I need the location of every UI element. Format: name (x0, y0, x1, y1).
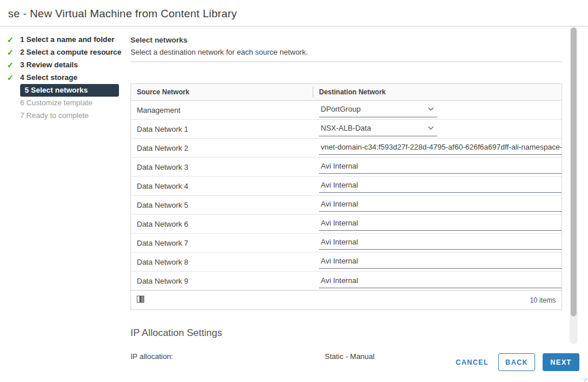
destination-network-cell (313, 215, 562, 233)
destination-network-cell: DPortGroup (313, 101, 562, 119)
destination-network-input[interactable] (319, 141, 562, 155)
table-row: Data Network 8 (131, 253, 562, 272)
wizard-step-label: 5 Select networks (20, 84, 119, 97)
destination-network-select[interactable]: DPortGroup (319, 103, 437, 117)
wizard-step: 6 Customize template (0, 97, 130, 109)
source-network-cell: Data Network 8 (131, 258, 313, 266)
destination-network-cell (313, 234, 562, 252)
destination-network-cell (313, 158, 562, 176)
destination-network-cell (313, 253, 562, 271)
destination-network-cell (313, 196, 562, 214)
selected-network-value: DPortGroup (321, 105, 360, 113)
wizard-step[interactable]: ✓1 Select a name and folder (0, 33, 130, 46)
new-vm-wizard-dialog: se - New Virtual Machine from Content Li… (0, 0, 588, 382)
destination-network-input[interactable] (319, 255, 562, 269)
column-header-source-network: Source Network (131, 84, 313, 100)
column-header-destination-network: Destination Network (313, 88, 562, 96)
source-network-cell: Data Network 3 (131, 163, 313, 171)
chevron-down-icon (428, 126, 434, 130)
back-button[interactable]: BACK (498, 353, 535, 371)
destination-network-cell (313, 177, 562, 195)
vertical-scrollbar[interactable] (570, 26, 578, 344)
wizard-step-label: 1 Select a name and folder (20, 35, 114, 44)
selected-network-value: NSX-ALB-Data (321, 124, 371, 132)
source-network-cell: Data Network 4 (131, 182, 313, 190)
source-network-cell: Data Network 9 (131, 277, 313, 285)
table-row: Data Network 4 (131, 177, 562, 196)
table-header-row: Source Network Destination Network (131, 84, 562, 101)
wizard-action-bar: CANCEL BACK NEXT (454, 353, 579, 371)
wizard-step[interactable]: ✓2 Select a compute resource (0, 46, 130, 59)
wizard-step-label: 7 Ready to complete (20, 111, 89, 120)
table-row: Data Network 3 (131, 158, 562, 177)
table-row: Data Network 6 (131, 215, 562, 234)
destination-network-input[interactable] (319, 236, 562, 250)
destination-network-input[interactable] (319, 198, 562, 212)
table-row: Data Network 1NSX-ALB-Data (131, 120, 562, 139)
source-network-cell: Data Network 5 (131, 201, 313, 209)
ip-allocation-value: Static - Manual (325, 352, 375, 361)
check-icon: ✓ (7, 33, 14, 46)
table-footer: 10 items (131, 290, 562, 310)
next-button[interactable]: NEXT (543, 353, 579, 371)
wizard-step[interactable]: ✓4 Select storage (0, 71, 130, 84)
table-row: Data Network 9 (131, 272, 562, 291)
wizard-step-label: 4 Select storage (20, 73, 78, 82)
resize-grip-icon[interactable] (581, 375, 587, 381)
wizard-content: Select networks Select a destination net… (130, 26, 562, 361)
wizard-steps: ✓1 Select a name and folder✓2 Select a c… (0, 33, 130, 122)
scrollbar-thumb[interactable] (571, 28, 577, 316)
wizard-step[interactable]: 5 Select networks (0, 84, 130, 97)
wizard-sidebar: ✓1 Select a name and folder✓2 Select a c… (0, 33, 130, 122)
dialog-title: se - New Virtual Machine from Content Li… (8, 7, 237, 20)
wizard-step-label: 3 Review details (20, 60, 78, 69)
destination-network-cell: NSX-ALB-Data (313, 120, 562, 138)
source-network-cell: Data Network 2 (131, 144, 313, 152)
check-icon: ✓ (7, 46, 14, 59)
items-count: 10 items (530, 296, 556, 304)
destination-network-input[interactable] (319, 160, 562, 174)
destination-network-cell (313, 272, 562, 291)
table-row: Data Network 2 (131, 139, 562, 158)
source-network-cell: Management (131, 106, 313, 114)
ip-allocation-heading: IP Allocation Settings (130, 327, 562, 339)
network-mapping-table: Source Network Destination Network Manag… (130, 83, 562, 310)
destination-network-cell (313, 139, 562, 157)
description-divider (130, 62, 562, 62)
destination-network-input[interactable] (319, 179, 562, 193)
source-network-cell: Data Network 6 (131, 220, 313, 228)
destination-network-select[interactable]: NSX-ALB-Data (319, 122, 437, 136)
table-body: ManagementDPortGroupData Network 1NSX-AL… (131, 101, 562, 291)
source-network-cell: Data Network 7 (131, 239, 313, 247)
wizard-step[interactable]: ✓3 Review details (0, 59, 130, 71)
wizard-step-label: 2 Select a compute resource (20, 48, 121, 56)
destination-network-input[interactable] (319, 274, 562, 288)
wizard-step-label: 6 Customize template (20, 98, 93, 107)
table-row: ManagementDPortGroup (131, 101, 562, 120)
chevron-down-icon (428, 107, 434, 111)
page-description: Select a destination network for each so… (130, 48, 562, 56)
check-icon: ✓ (7, 71, 14, 84)
source-network-cell: Data Network 1 (131, 125, 313, 133)
wizard-step: 7 Ready to complete (0, 109, 130, 122)
page-heading: Select networks (130, 36, 562, 44)
cancel-button[interactable]: CANCEL (454, 355, 491, 370)
table-row: Data Network 5 (131, 196, 562, 215)
view-columns-icon[interactable] (137, 295, 145, 305)
ip-allocation-label: IP allocation: (130, 352, 325, 361)
table-row: Data Network 7 (131, 234, 562, 253)
check-icon: ✓ (7, 59, 14, 71)
destination-network-input[interactable] (319, 217, 562, 231)
